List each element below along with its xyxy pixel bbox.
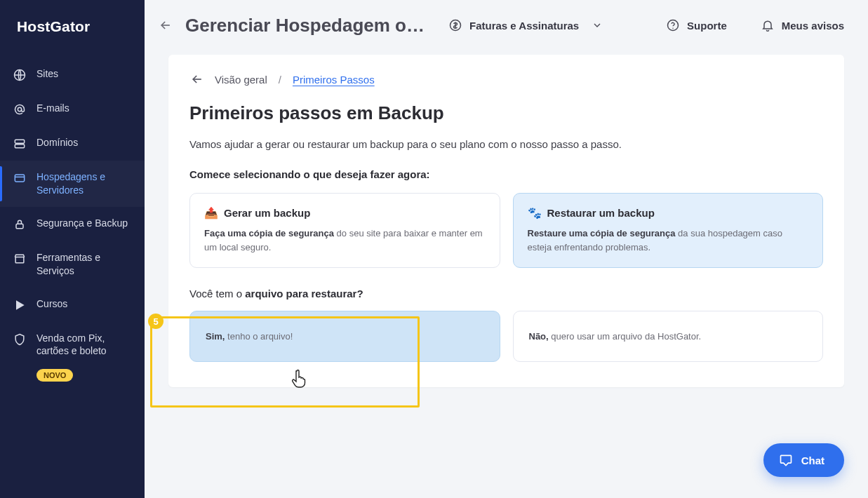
sidebar-item-sites[interactable]: Sites (0, 58, 145, 92)
novo-badge: NOVO (36, 369, 73, 382)
topbar-notices[interactable]: Meus avisos (756, 13, 848, 38)
currency-icon (448, 18, 462, 32)
option-title: Restaurar um backup (547, 207, 655, 219)
restore-emoji-icon: 🐾 (528, 206, 542, 220)
brand-logo: HostGator (0, 13, 145, 58)
sidebar-item-dominios[interactable]: Domínios (0, 126, 145, 161)
svg-point-1 (18, 107, 21, 111)
option-title: Gerar um backup (224, 207, 310, 219)
chat-button[interactable]: Chat (763, 443, 844, 477)
sidebar-item-label: Cursos (36, 297, 132, 311)
chat-label: Chat (801, 455, 824, 466)
breadcrumb-back-button[interactable] (189, 72, 205, 87)
play-icon (13, 298, 27, 312)
sidebar-item-label: E-mails (36, 102, 132, 115)
sidebar-item-label: Domínios (36, 136, 132, 149)
option-body: Faça uma cópia de segurança do seu site … (204, 227, 486, 255)
topbar-support-label: Suporte (687, 20, 727, 32)
sidebar-item-label: Sites (36, 67, 132, 81)
layers-icon (13, 171, 27, 185)
sidebar-item-venda[interactable]: Venda com Pix, cartões e boleto (0, 322, 145, 368)
sidebar-item-label: Segurança e Backup (36, 217, 132, 230)
option-generate-backup[interactable]: 📤 Gerar um backup Faça uma cópia de segu… (189, 193, 500, 268)
option-body: Restaure uma cópia de segurança da sua h… (528, 227, 809, 255)
option-row: 📤 Gerar um backup Faça uma cópia de segu… (189, 193, 823, 268)
chevron-down-icon (590, 18, 604, 32)
page-subhead: Comece selecionando o que deseja fazer a… (189, 168, 823, 180)
breadcrumb-current[interactable]: Primeiros Passos (293, 74, 375, 86)
answer-yes[interactable]: Sim, tenho o arquivo! (189, 311, 500, 362)
answer-row: Sim, tenho o arquivo! Não, quero usar um… (189, 311, 823, 362)
help-icon (666, 18, 680, 32)
option-restore-backup[interactable]: 🐾 Restaurar um backup Restaure uma cópia… (513, 193, 824, 268)
at-icon (13, 102, 27, 116)
chat-icon (779, 453, 793, 467)
sidebar-nav: Sites E-mails Domínios Hospedagens e Ser… (0, 58, 145, 389)
store-icon (13, 252, 27, 266)
bell-icon (761, 18, 775, 32)
svg-rect-4 (15, 175, 24, 182)
topbar-invoices-label: Faturas e Assinaturas (469, 20, 579, 32)
sidebar-item-label: Hospedagens e Servidores (36, 170, 132, 197)
topbar-back-button[interactable] (154, 14, 177, 36)
page-intro: Vamos ajudar a gerar ou restaurar um bac… (189, 138, 823, 150)
answer-no[interactable]: Não, quero usar um arquivo da HostGator. (513, 311, 824, 362)
question-has-file: Você tem o arquivo para restaurar? (189, 288, 823, 300)
svg-point-8 (672, 27, 674, 28)
sidebar-item-cursos[interactable]: Cursos (0, 288, 145, 322)
page-title: Primeiros passos em Backup (189, 102, 823, 124)
sidebar-item-emails[interactable]: E-mails (0, 92, 145, 126)
sidebar-item-label: Venda com Pix, cartões e boleto (36, 332, 132, 358)
topbar-support[interactable]: Suporte (662, 13, 731, 38)
breadcrumb: Visão geral / Primeiros Passos (189, 72, 823, 87)
globe-icon (13, 68, 27, 82)
content-card: Visão geral / Primeiros Passos Primeiros… (168, 55, 844, 387)
breadcrumb-sep: / (279, 74, 281, 86)
topbar: Gerenciar Hospedagem o… Faturas e Assina… (145, 0, 868, 51)
topbar-notices-label: Meus avisos (782, 20, 844, 32)
sidebar-item-label: Ferramentas e Serviços (36, 251, 132, 278)
shield-icon (13, 332, 27, 346)
svg-rect-3 (15, 144, 24, 148)
sidebar-item-hospedagens[interactable]: Hospedagens e Servidores (0, 161, 145, 207)
svg-rect-5 (16, 224, 23, 229)
highlight-number: 5 (148, 314, 163, 329)
breadcrumb-root[interactable]: Visão geral (215, 74, 267, 86)
topbar-invoices[interactable]: Faturas e Assinaturas (444, 13, 608, 38)
sidebar-item-seguranca[interactable]: Segurança e Backup (0, 207, 145, 241)
topbar-title: Gerenciar Hospedagem o… (185, 15, 425, 36)
sidebar: HostGator Sites E-mails Domínios Hospeda… (0, 0, 145, 498)
sidebar-item-ferramentas[interactable]: Ferramentas e Serviços (0, 241, 145, 288)
server-icon (13, 137, 27, 151)
upload-emoji-icon: 📤 (204, 206, 218, 220)
svg-rect-2 (15, 140, 24, 143)
lock-icon (13, 217, 27, 231)
